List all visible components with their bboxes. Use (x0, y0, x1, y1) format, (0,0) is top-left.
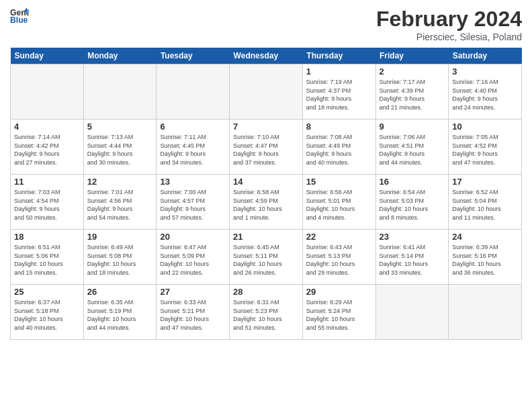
day-info: Sunrise: 6:58 AM Sunset: 4:59 PM Dayligh… (233, 188, 299, 222)
day-number: 24 (452, 232, 518, 242)
calendar-cell (449, 285, 522, 340)
day-number: 7 (233, 122, 299, 132)
day-number: 23 (380, 232, 445, 242)
day-info: Sunrise: 6:45 AM Sunset: 5:11 PM Dayligh… (233, 243, 299, 277)
day-info: Sunrise: 7:05 AM Sunset: 4:52 PM Dayligh… (452, 133, 518, 167)
calendar-cell: 23Sunrise: 6:41 AM Sunset: 5:14 PM Dayli… (375, 230, 449, 285)
calendar-cell: 24Sunrise: 6:39 AM Sunset: 5:16 PM Dayli… (449, 230, 522, 285)
calendar-week-2: 4Sunrise: 7:14 AM Sunset: 4:42 PM Daylig… (11, 120, 522, 175)
calendar-cell: 18Sunrise: 6:51 AM Sunset: 5:06 PM Dayli… (11, 230, 84, 285)
page-container: General Blue February 2024 Piersciec, Si… (0, 0, 532, 347)
month-title: February 2024 (376, 7, 522, 32)
day-info: Sunrise: 7:19 AM Sunset: 4:37 PM Dayligh… (306, 78, 372, 111)
calendar-cell (230, 64, 303, 120)
location-subtitle: Piersciec, Silesia, Poland (376, 32, 522, 42)
day-number: 9 (380, 122, 445, 132)
day-info: Sunrise: 6:49 AM Sunset: 5:08 PM Dayligh… (87, 243, 153, 277)
day-number: 11 (14, 177, 80, 187)
day-number: 27 (160, 287, 226, 297)
calendar-cell: 8Sunrise: 7:08 AM Sunset: 4:49 PM Daylig… (302, 120, 375, 175)
day-info: Sunrise: 6:43 AM Sunset: 5:13 PM Dayligh… (306, 243, 372, 277)
day-number: 8 (306, 122, 372, 132)
day-info: Sunrise: 6:56 AM Sunset: 5:01 PM Dayligh… (306, 188, 372, 222)
day-number: 3 (452, 66, 518, 77)
calendar-cell: 26Sunrise: 6:35 AM Sunset: 5:19 PM Dayli… (83, 285, 157, 340)
day-info: Sunrise: 6:37 AM Sunset: 5:18 PM Dayligh… (14, 298, 80, 332)
day-info: Sunrise: 7:17 AM Sunset: 4:39 PM Dayligh… (380, 78, 445, 111)
calendar-cell: 19Sunrise: 6:49 AM Sunset: 5:08 PM Dayli… (83, 230, 157, 285)
calendar-cell: 17Sunrise: 6:52 AM Sunset: 5:04 PM Dayli… (449, 175, 522, 230)
day-info: Sunrise: 7:01 AM Sunset: 4:56 PM Dayligh… (87, 188, 153, 222)
col-saturday: Saturday (449, 48, 522, 64)
title-area: February 2024 Piersciec, Silesia, Poland (376, 7, 522, 42)
day-number: 16 (380, 177, 445, 187)
day-number: 22 (306, 232, 372, 242)
day-info: Sunrise: 7:14 AM Sunset: 4:42 PM Dayligh… (14, 133, 80, 167)
calendar-cell: 2Sunrise: 7:17 AM Sunset: 4:39 PM Daylig… (375, 64, 449, 120)
calendar-week-3: 11Sunrise: 7:03 AM Sunset: 4:54 PM Dayli… (11, 175, 522, 230)
day-number: 28 (233, 287, 299, 297)
day-info: Sunrise: 7:03 AM Sunset: 4:54 PM Dayligh… (14, 188, 80, 222)
day-info: Sunrise: 7:10 AM Sunset: 4:47 PM Dayligh… (233, 133, 299, 167)
day-number: 13 (160, 177, 226, 187)
calendar-cell: 12Sunrise: 7:01 AM Sunset: 4:56 PM Dayli… (83, 175, 157, 230)
day-info: Sunrise: 7:06 AM Sunset: 4:51 PM Dayligh… (380, 133, 445, 167)
day-number: 20 (160, 232, 226, 242)
day-info: Sunrise: 6:51 AM Sunset: 5:06 PM Dayligh… (14, 243, 80, 277)
svg-text:Blue: Blue (10, 15, 28, 25)
col-wednesday: Wednesday (230, 48, 303, 64)
day-info: Sunrise: 7:08 AM Sunset: 4:49 PM Dayligh… (306, 133, 372, 167)
calendar-cell: 6Sunrise: 7:11 AM Sunset: 4:45 PM Daylig… (157, 120, 230, 175)
day-info: Sunrise: 6:33 AM Sunset: 5:21 PM Dayligh… (160, 298, 226, 332)
day-number: 29 (306, 287, 372, 297)
logo-icon: General Blue (10, 7, 29, 26)
calendar-cell: 14Sunrise: 6:58 AM Sunset: 4:59 PM Dayli… (230, 175, 303, 230)
calendar-cell: 7Sunrise: 7:10 AM Sunset: 4:47 PM Daylig… (230, 120, 303, 175)
day-number: 12 (87, 177, 153, 187)
calendar-cell: 21Sunrise: 6:45 AM Sunset: 5:11 PM Dayli… (230, 230, 303, 285)
day-number: 10 (452, 122, 518, 132)
day-info: Sunrise: 6:41 AM Sunset: 5:14 PM Dayligh… (380, 243, 445, 277)
calendar-cell: 4Sunrise: 7:14 AM Sunset: 4:42 PM Daylig… (11, 120, 84, 175)
day-number: 17 (452, 177, 518, 187)
day-info: Sunrise: 6:35 AM Sunset: 5:19 PM Dayligh… (87, 298, 153, 332)
header-row: Sunday Monday Tuesday Wednesday Thursday… (11, 48, 522, 64)
day-info: Sunrise: 6:29 AM Sunset: 5:24 PM Dayligh… (306, 298, 372, 332)
day-info: Sunrise: 6:31 AM Sunset: 5:23 PM Dayligh… (233, 298, 299, 332)
day-number: 21 (233, 232, 299, 242)
day-number: 1 (306, 66, 372, 77)
logo: General Blue (10, 7, 29, 26)
calendar-cell (11, 64, 84, 120)
calendar-cell: 28Sunrise: 6:31 AM Sunset: 5:23 PM Dayli… (230, 285, 303, 340)
calendar-cell: 25Sunrise: 6:37 AM Sunset: 5:18 PM Dayli… (11, 285, 84, 340)
day-number: 14 (233, 177, 299, 187)
day-number: 18 (14, 232, 80, 242)
col-thursday: Thursday (302, 48, 375, 64)
day-info: Sunrise: 6:54 AM Sunset: 5:03 PM Dayligh… (380, 188, 445, 222)
day-info: Sunrise: 7:11 AM Sunset: 4:45 PM Dayligh… (160, 133, 226, 167)
col-sunday: Sunday (11, 48, 84, 64)
calendar-cell: 29Sunrise: 6:29 AM Sunset: 5:24 PM Dayli… (302, 285, 375, 340)
col-tuesday: Tuesday (157, 48, 230, 64)
calendar-cell: 22Sunrise: 6:43 AM Sunset: 5:13 PM Dayli… (302, 230, 375, 285)
header: General Blue February 2024 Piersciec, Si… (10, 7, 522, 42)
calendar-week-1: 1Sunrise: 7:19 AM Sunset: 4:37 PM Daylig… (11, 64, 522, 120)
calendar-cell: 20Sunrise: 6:47 AM Sunset: 5:09 PM Dayli… (157, 230, 230, 285)
calendar-cell (157, 64, 230, 120)
calendar-cell (83, 64, 157, 120)
calendar-cell: 1Sunrise: 7:19 AM Sunset: 4:37 PM Daylig… (302, 64, 375, 120)
day-info: Sunrise: 7:13 AM Sunset: 4:44 PM Dayligh… (87, 133, 153, 167)
calendar-cell: 9Sunrise: 7:06 AM Sunset: 4:51 PM Daylig… (375, 120, 449, 175)
day-number: 2 (380, 66, 445, 77)
day-number: 5 (87, 122, 153, 132)
calendar-table: Sunday Monday Tuesday Wednesday Thursday… (10, 48, 522, 340)
day-info: Sunrise: 6:39 AM Sunset: 5:16 PM Dayligh… (452, 243, 518, 277)
calendar-cell: 5Sunrise: 7:13 AM Sunset: 4:44 PM Daylig… (83, 120, 157, 175)
calendar-cell: 3Sunrise: 7:16 AM Sunset: 4:40 PM Daylig… (449, 64, 522, 120)
calendar-cell (375, 285, 449, 340)
day-info: Sunrise: 7:00 AM Sunset: 4:57 PM Dayligh… (160, 188, 226, 222)
day-info: Sunrise: 6:52 AM Sunset: 5:04 PM Dayligh… (452, 188, 518, 222)
col-monday: Monday (83, 48, 157, 64)
day-number: 15 (306, 177, 372, 187)
day-number: 4 (14, 122, 80, 132)
